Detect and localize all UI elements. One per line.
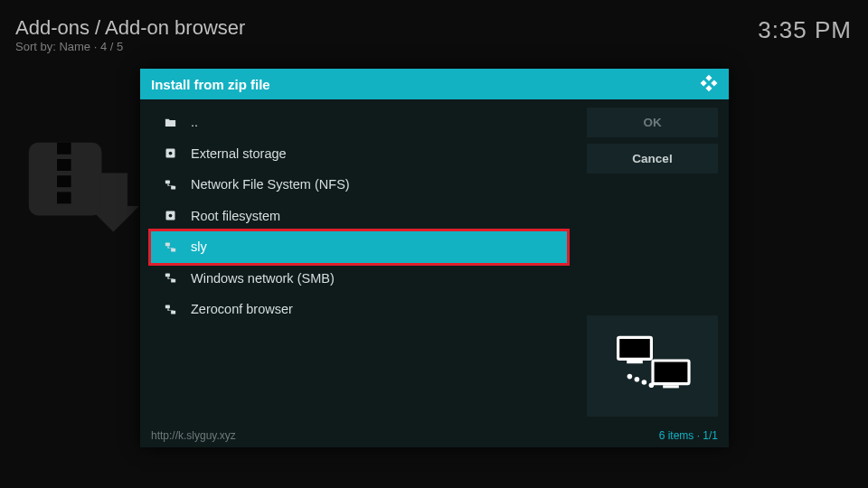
network-icon: [164, 303, 184, 316]
svg-rect-12: [171, 186, 175, 190]
source-row-5[interactable]: Windows network (SMB): [151, 263, 567, 295]
dialog-header: Install from zip file: [140, 69, 729, 99]
svg-rect-11: [165, 180, 170, 183]
network-icon: [164, 240, 184, 254]
svg-rect-21: [618, 337, 651, 359]
svg-point-25: [627, 374, 632, 380]
svg-rect-19: [165, 305, 170, 308]
preview-pane: [587, 315, 718, 417]
install-zip-dialog: Install from zip file ..External storage…: [140, 69, 729, 447]
svg-point-26: [634, 377, 639, 382]
cancel-button[interactable]: Cancel: [587, 144, 718, 174]
svg-point-28: [648, 382, 654, 388]
network-icon: [164, 271, 184, 285]
ok-button[interactable]: OK: [587, 108, 718, 137]
svg-rect-15: [165, 242, 170, 246]
svg-point-10: [169, 152, 173, 155]
network-icon: [164, 178, 184, 192]
source-row-4[interactable]: sly: [151, 231, 567, 263]
source-row-1[interactable]: External storage: [151, 138, 567, 170]
svg-point-14: [169, 214, 173, 218]
source-row-label: ..: [191, 115, 198, 129]
svg-rect-22: [627, 361, 643, 363]
svg-rect-4: [57, 192, 71, 203]
svg-point-27: [641, 380, 646, 385]
source-row-3[interactable]: Root filesystem: [151, 201, 567, 232]
dialog-title: Install from zip file: [151, 77, 270, 92]
source-row-label: External storage: [191, 146, 287, 161]
source-row-label: sly: [191, 239, 207, 254]
sort-line: Sort by: Name · 4 / 5: [15, 40, 123, 53]
svg-rect-20: [171, 311, 175, 314]
footer-count: 6 items · 1/1: [659, 429, 718, 442]
svg-rect-6: [701, 80, 707, 86]
svg-rect-3: [57, 175, 71, 187]
disk-icon: [164, 146, 184, 160]
svg-rect-18: [171, 279, 175, 283]
breadcrumb: Add-ons / Add-on browser: [15, 16, 245, 40]
source-row-label: Zeroconf browser: [191, 302, 293, 316]
svg-rect-8: [705, 85, 712, 91]
source-row-label: Windows network (SMB): [191, 271, 335, 286]
disk-icon: [164, 209, 184, 222]
folder-up-icon: [164, 116, 184, 129]
source-list: ..External storageNetwork File System (N…: [151, 107, 567, 325]
svg-rect-2: [57, 159, 71, 171]
svg-rect-1: [57, 143, 71, 155]
kodi-logo-icon: [700, 74, 718, 95]
svg-rect-17: [165, 274, 170, 277]
source-row-6[interactable]: Zeroconf browser: [151, 294, 567, 325]
source-row-0[interactable]: ..: [151, 107, 567, 138]
svg-rect-24: [663, 385, 679, 388]
clock: 3:35 PM: [758, 16, 852, 44]
source-row-label: Root filesystem: [191, 209, 280, 223]
svg-rect-16: [171, 249, 175, 252]
svg-rect-5: [705, 74, 712, 80]
source-row-label: Network File System (NFS): [191, 177, 350, 192]
footer-path: http://k.slyguy.xyz: [151, 429, 236, 442]
dialog-footer: http://k.slyguy.xyz 6 items · 1/1: [140, 424, 729, 447]
svg-rect-7: [711, 80, 717, 86]
zip-download-bg-icon: [22, 136, 139, 257]
source-row-2[interactable]: Network File System (NFS): [151, 169, 567, 201]
svg-rect-23: [653, 361, 689, 384]
network-computers-icon: [609, 332, 696, 400]
